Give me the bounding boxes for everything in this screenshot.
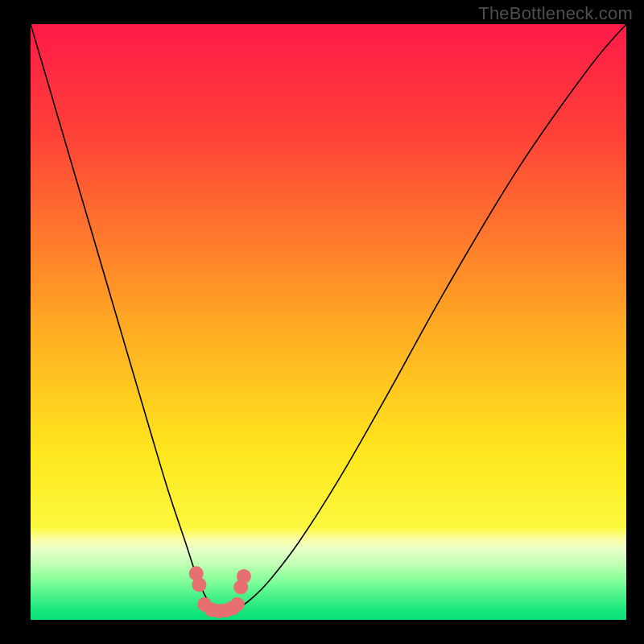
bottleneck-curve xyxy=(31,24,626,612)
optimal-range-dots xyxy=(189,566,251,618)
highlight-dot xyxy=(192,577,206,592)
curve-layer xyxy=(31,24,626,620)
outer-frame: TheBottleneck.com xyxy=(0,0,644,644)
watermark-text: TheBottleneck.com xyxy=(478,3,633,24)
highlight-dot xyxy=(230,597,245,612)
highlight-dot xyxy=(237,569,251,584)
plot-area xyxy=(31,24,626,620)
